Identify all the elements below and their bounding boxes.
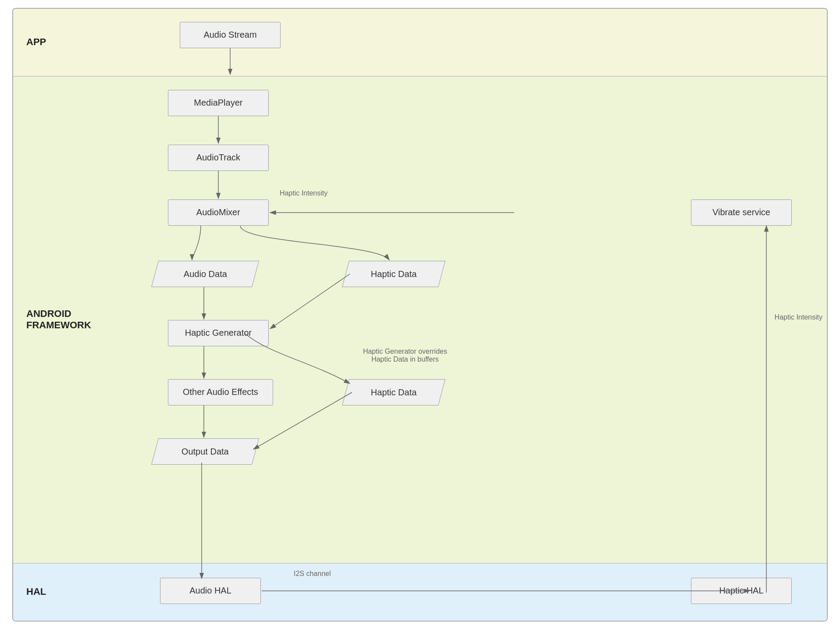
audio-track-box: AudioTrack <box>168 145 269 171</box>
layer-framework: ANDROID FRAMEWORK MediaPlayer AudioTrack… <box>13 77 827 564</box>
haptic-intensity-label-1: Haptic Intensity <box>280 189 327 197</box>
haptic-data-1-box: Haptic Data <box>342 261 445 287</box>
svg-line-8 <box>270 274 350 329</box>
layer-app: APP Audio Stream <box>13 9 827 77</box>
hal-content: Audio HAL Haptic HAL I2S channel <box>83 564 827 621</box>
haptic-intensity-label-2: Haptic Intensity <box>775 313 822 321</box>
audio-data-box: Audio Data <box>151 261 259 287</box>
diagram-wrapper: APP Audio Stream ANDROID FRAMEWORK M <box>12 8 828 622</box>
haptic-hal-box: Haptic HAL <box>691 578 792 604</box>
haptic-generator-box: Haptic Generator <box>168 320 269 346</box>
app-content: Audio Stream <box>83 9 827 76</box>
audio-hal-box: Audio HAL <box>160 578 261 604</box>
haptic-data-2-box: Haptic Data <box>342 379 445 405</box>
other-audio-effects-box: Other Audio Effects <box>168 379 273 405</box>
framework-content: MediaPlayer AudioTrack AudioMixer Vibrat… <box>91 77 827 563</box>
audio-stream-box: Audio Stream <box>180 22 281 48</box>
i2s-channel-label: I2S channel <box>294 570 331 578</box>
media-player-box: MediaPlayer <box>168 90 269 116</box>
audio-mixer-box: AudioMixer <box>168 199 269 226</box>
framework-label: ANDROID FRAMEWORK <box>13 308 91 331</box>
output-data-box: Output Data <box>151 438 259 465</box>
vibrate-service-box: Vibrate service <box>691 199 792 226</box>
app-label: APP <box>13 36 83 48</box>
hal-label: HAL <box>13 586 83 597</box>
haptic-generator-overrides-label: Haptic Generator overrides Haptic Data i… <box>363 340 447 363</box>
layer-hal: HAL Audio HAL Haptic HAL I2S channel <box>13 564 827 621</box>
